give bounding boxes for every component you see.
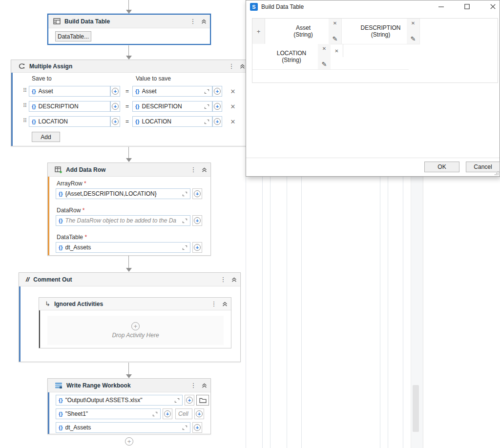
activity-add-data-row[interactable]: Add Data Row ⋮ ArrayRow * {} {Asset,DESC… (47, 163, 211, 256)
drag-handle-icon[interactable]: ⠿ (23, 102, 26, 109)
delete-data-row-button[interactable]: ✕ (331, 44, 343, 57)
plus-options-button[interactable]: + (212, 101, 222, 112)
kebab-menu-icon[interactable]: ⋮ (190, 382, 197, 389)
drag-handle-icon[interactable]: ⠿ (23, 87, 26, 94)
plus-options-button[interactable]: + (194, 408, 204, 419)
activity-header[interactable]: Multiple Assign ⋮ (11, 60, 249, 73)
column-header-location[interactable]: LOCATION (String) ✕ ✎ (252, 44, 331, 69)
assign-target-input[interactable]: {} LOCATION (29, 116, 110, 127)
plus-options-button[interactable]: + (192, 242, 202, 253)
plus-options-button[interactable]: + (110, 101, 120, 112)
required-asterisk: * (84, 180, 86, 187)
cancel-button[interactable]: Cancel (466, 162, 500, 172)
delete-row-icon[interactable]: ✕ (229, 118, 237, 125)
expand-editor-icon[interactable] (182, 218, 188, 224)
kebab-menu-icon[interactable]: ⋮ (210, 300, 217, 307)
delete-row-icon[interactable]: ✕ (229, 103, 237, 110)
assign-value-input[interactable]: {} Asset (132, 86, 212, 97)
drop-activity-zone[interactable]: + Drop Activity Here (47, 316, 224, 345)
cell-input[interactable]: Cell (175, 408, 192, 419)
datatable-edit-button[interactable]: DataTable... (55, 31, 91, 41)
add-column-button[interactable]: + (252, 19, 265, 44)
assign-value-input[interactable]: {} DESCRIPTION (132, 101, 212, 112)
empty-cell[interactable] (331, 69, 409, 82)
resize-grip[interactable] (495, 171, 499, 175)
kebab-menu-icon[interactable]: ⋮ (228, 62, 235, 70)
activity-comment-out[interactable]: // Comment Out ⋮ ↳ Ignored Activities ⋮ … (19, 272, 241, 362)
braces-icon: {} (59, 425, 63, 430)
minimize-button[interactable] (434, 0, 448, 9)
column-header-description[interactable]: DESCRIPTION (String) ✕ ✎ (342, 19, 420, 44)
activity-header[interactable]: // Comment Out ⋮ (19, 273, 240, 286)
expand-editor-icon[interactable] (174, 398, 180, 403)
close-button[interactable] (485, 0, 500, 9)
plus-options-button[interactable]: + (192, 215, 202, 226)
assign-target-input[interactable]: {} Asset (29, 86, 110, 97)
collapse-icon[interactable] (201, 383, 208, 388)
delete-column-icon[interactable]: ✕ (322, 46, 326, 51)
collapse-icon[interactable] (221, 302, 228, 306)
edit-column-icon[interactable]: ✎ (322, 61, 327, 68)
plus-options-button[interactable]: + (212, 86, 222, 97)
maximize-button[interactable] (459, 0, 474, 9)
assign-value-input[interactable]: {} LOCATION (132, 116, 212, 127)
delete-column-icon[interactable]: ✕ (333, 20, 337, 26)
delete-column-icon[interactable]: ✕ (411, 20, 415, 26)
background-panel-divider (388, 177, 388, 448)
empty-cell[interactable] (252, 69, 331, 82)
kebab-menu-icon[interactable]: ⋮ (220, 276, 227, 283)
accent-bar (11, 60, 13, 146)
expand-editor-icon[interactable] (204, 89, 209, 94)
assign-target-input[interactable]: {} DESCRIPTION (29, 101, 110, 112)
collapse-icon[interactable] (239, 64, 246, 69)
braces-icon: {} (59, 218, 63, 224)
expand-editor-icon[interactable] (204, 104, 209, 109)
column-header-asset[interactable]: Asset (String) ✕ ✎ (265, 19, 342, 44)
write-range-datatable-input[interactable]: {} dt_Assets (56, 422, 190, 433)
collapse-icon[interactable] (230, 277, 237, 282)
expand-editor-icon[interactable] (182, 245, 188, 250)
expand-editor-icon[interactable] (204, 119, 209, 124)
collapse-icon[interactable] (201, 167, 208, 172)
activity-header[interactable]: Add Data Row ⋮ (48, 163, 210, 177)
edit-column-icon[interactable]: ✎ (333, 35, 338, 42)
ok-button[interactable]: OK (424, 162, 459, 172)
add-activity-plus-icon: + (131, 322, 140, 330)
edit-column-icon[interactable]: ✎ (411, 35, 416, 42)
arrayrow-input[interactable]: {} {Asset,DESCRIPTION,LOCATION} (56, 188, 190, 199)
plus-options-button[interactable]: + (110, 86, 120, 97)
sheet-name-input[interactable]: {} "Sheet1" (56, 408, 161, 419)
kebab-menu-icon[interactable]: ⋮ (190, 166, 197, 173)
datarow-input[interactable]: {} The DataRow object to be added to the… (56, 215, 190, 226)
activity-multiple-assign[interactable]: Multiple Assign ⋮ Save to Value to save … (11, 60, 249, 146)
empty-cell[interactable] (343, 44, 420, 57)
background-scrollbar-thumb[interactable] (413, 385, 419, 432)
datatable-input[interactable]: {} dt_Assets (56, 242, 190, 253)
expand-editor-icon[interactable] (182, 425, 188, 430)
expand-editor-icon[interactable] (152, 411, 158, 417)
activity-header[interactable]: Write Range Workbook ⋮ (48, 379, 210, 392)
collapse-icon[interactable] (200, 19, 207, 24)
background-panel-divider (301, 177, 302, 448)
add-assignment-button[interactable]: Add (32, 132, 60, 142)
activity-header[interactable]: ↳ Ignored Activities ⋮ (39, 298, 231, 310)
workbook-path-input[interactable]: {} "Output\Output ASSETS.xlsx" (56, 395, 183, 406)
activity-write-range-workbook[interactable]: Write Range Workbook ⋮ {} "Output\Output… (47, 378, 211, 434)
add-activity-plus-icon[interactable]: + (125, 437, 133, 446)
plus-options-button[interactable]: + (185, 395, 194, 406)
plus-options-button[interactable]: + (163, 408, 172, 419)
column-type: (String) (293, 31, 312, 38)
plus-options-button[interactable]: + (212, 116, 222, 127)
browse-folder-button[interactable] (196, 395, 209, 406)
plus-options-button[interactable]: + (192, 188, 202, 199)
activity-build-data-table[interactable]: Build Data Table ⋮ DataTable... (47, 14, 211, 45)
plus-options-button[interactable]: + (110, 116, 120, 127)
kebab-menu-icon[interactable]: ⋮ (189, 18, 196, 25)
plus-options-button[interactable]: + (192, 422, 202, 433)
drag-handle-icon[interactable]: ⠿ (23, 118, 26, 124)
sequence-ignored-activities[interactable]: ↳ Ignored Activities ⋮ + Drop Activity H… (39, 297, 231, 348)
expand-editor-icon[interactable] (182, 191, 188, 197)
delete-row-icon[interactable]: ✕ (229, 88, 237, 95)
activity-header[interactable]: Build Data Table ⋮ (48, 15, 210, 28)
activity-title: Build Data Table (64, 18, 186, 25)
